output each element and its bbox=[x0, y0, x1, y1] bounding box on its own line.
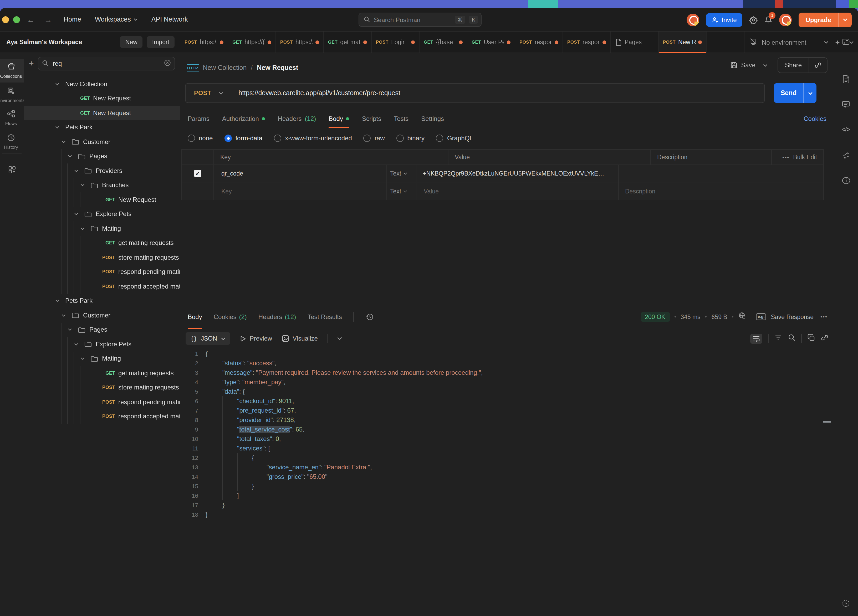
response-tab-test-results[interactable]: Test Results bbox=[308, 304, 342, 329]
request-tab[interactable]: POSTrespon bbox=[515, 31, 563, 53]
tab-authorization[interactable]: Authorization bbox=[222, 109, 265, 128]
request-tab[interactable]: POSTLogir bbox=[372, 31, 420, 53]
body-mode-raw[interactable]: raw bbox=[364, 135, 385, 142]
value-input[interactable] bbox=[423, 188, 612, 195]
copy-link-icon[interactable] bbox=[808, 58, 827, 73]
settings-gear-icon[interactable] bbox=[749, 16, 758, 24]
tree-folder[interactable]: Pages bbox=[24, 323, 180, 337]
response-time[interactable]: 345 ms bbox=[681, 313, 700, 320]
window-controls[interactable] bbox=[0, 16, 22, 23]
chevron-down-icon[interactable] bbox=[74, 211, 80, 217]
tree-collection[interactable]: Pets Park bbox=[24, 120, 180, 135]
zoom-button[interactable] bbox=[13, 16, 20, 23]
tree-request[interactable]: POSTstore mating requests bbox=[24, 380, 180, 395]
add-module-icon[interactable] bbox=[0, 166, 24, 174]
response-tab-cookies[interactable]: Cookies(2) bbox=[214, 304, 247, 329]
tab-settings[interactable]: Settings bbox=[421, 109, 444, 128]
body-mode-GraphQL[interactable]: GraphQL bbox=[436, 135, 473, 142]
tree-request[interactable]: GETget mating requests bbox=[24, 236, 180, 250]
nav-workspaces[interactable]: Workspaces bbox=[88, 16, 145, 23]
chevron-down-icon[interactable] bbox=[67, 327, 74, 332]
tree-request[interactable]: GETNew Request bbox=[24, 91, 180, 106]
filter-icon[interactable] bbox=[774, 334, 782, 343]
sidebar-rail-history[interactable]: History bbox=[0, 133, 24, 150]
notifications-bell-icon[interactable]: 1 bbox=[765, 16, 773, 24]
chevron-down-icon[interactable] bbox=[80, 183, 86, 188]
related-requests-icon[interactable] bbox=[834, 151, 858, 159]
body-mode-x-www-form-urlencoded[interactable]: x-www-form-urlencoded bbox=[274, 135, 352, 142]
bulk-edit-button[interactable]: ••• Bulk Edit bbox=[771, 150, 823, 164]
save-button[interactable]: Save bbox=[727, 62, 759, 69]
tree-request[interactable]: GETNew Request bbox=[24, 192, 180, 207]
request-tab[interactable]: POSThttps:/. bbox=[276, 31, 324, 53]
chevron-down-icon[interactable] bbox=[61, 313, 67, 318]
save-response-button[interactable]: Save Response bbox=[771, 313, 814, 320]
request-tab[interactable]: GEThttps://( bbox=[228, 31, 276, 53]
tree-folder[interactable]: Pages bbox=[24, 149, 180, 163]
import-button[interactable]: Import bbox=[147, 36, 174, 48]
tree-collection[interactable]: Pets Park bbox=[24, 293, 180, 308]
tree-folder[interactable]: Explore Pets bbox=[24, 207, 180, 221]
global-search[interactable]: Search Postman ⌘ K bbox=[359, 12, 482, 27]
preview-button[interactable]: Preview bbox=[240, 335, 272, 342]
sidebar-search-input[interactable] bbox=[52, 59, 161, 68]
tree-folder[interactable]: Mating bbox=[24, 351, 180, 366]
body-mode-binary[interactable]: binary bbox=[396, 135, 424, 142]
tree-request[interactable]: POSTrespond pending mating r... bbox=[24, 395, 180, 409]
tree-folder[interactable]: Explore Pets bbox=[24, 337, 180, 351]
wrap-text-icon[interactable] bbox=[750, 334, 762, 343]
format-selector[interactable]: {} JSON bbox=[186, 332, 230, 345]
chevron-down-icon[interactable] bbox=[61, 139, 67, 144]
tree-folder[interactable]: Mating bbox=[24, 221, 180, 236]
send-button[interactable]: Send bbox=[774, 83, 816, 103]
tree-collection[interactable]: New Collection bbox=[24, 77, 180, 91]
method-selector[interactable]: POST bbox=[186, 89, 230, 97]
tree-request[interactable]: GETget mating requests bbox=[24, 366, 180, 380]
tab-headers[interactable]: Headers(12) bbox=[278, 109, 316, 128]
response-body-code[interactable]: 1{2"status": "success",3"message": "Paym… bbox=[180, 348, 834, 616]
chevron-down-icon[interactable] bbox=[80, 226, 86, 231]
new-button[interactable]: New bbox=[120, 36, 143, 48]
network-globe-icon[interactable] bbox=[738, 312, 746, 322]
response-tab-body[interactable]: Body bbox=[188, 304, 202, 329]
tree-folder[interactable]: Customer bbox=[24, 135, 180, 149]
chevron-down-icon[interactable] bbox=[80, 356, 86, 362]
type-selector[interactable]: Text bbox=[387, 165, 417, 182]
sidebar-rail-collections[interactable]: Collections bbox=[0, 59, 24, 82]
upgrade-chevron-icon[interactable] bbox=[838, 12, 852, 27]
type-selector[interactable]: Text bbox=[387, 182, 417, 200]
share-button[interactable]: Share bbox=[777, 57, 827, 73]
tree-request[interactable]: POSTrespond pending mating r... bbox=[24, 265, 180, 279]
request-tab[interactable]: GET{{base_u bbox=[420, 31, 467, 53]
environment-quick-look-icon[interactable]: x bbox=[834, 31, 858, 53]
documentation-icon[interactable] bbox=[834, 74, 858, 84]
send-options-chevron-icon[interactable] bbox=[803, 83, 816, 103]
chevron-down-icon[interactable] bbox=[74, 341, 80, 347]
tree-folder[interactable]: Branches bbox=[24, 178, 180, 192]
info-icon[interactable] bbox=[834, 177, 858, 185]
cookies-link[interactable]: Cookies bbox=[804, 109, 827, 128]
key-input[interactable] bbox=[220, 170, 380, 177]
response-tab-headers[interactable]: Headers(12) bbox=[258, 304, 296, 329]
tab-body[interactable]: Body bbox=[329, 109, 349, 128]
invite-button[interactable]: Invite bbox=[706, 13, 742, 26]
comments-icon[interactable] bbox=[834, 100, 858, 108]
chevron-down-icon[interactable] bbox=[55, 298, 61, 304]
search-in-body-icon[interactable] bbox=[788, 334, 796, 343]
tab-scripts[interactable]: Scripts bbox=[362, 109, 381, 128]
request-tab[interactable]: POSTNew R bbox=[659, 31, 707, 53]
body-mode-form-data[interactable]: form-data bbox=[224, 135, 262, 142]
description-cell[interactable]: Description bbox=[619, 182, 823, 200]
more-formats-chevron-icon[interactable] bbox=[337, 334, 342, 343]
trash-clock-icon[interactable] bbox=[834, 599, 858, 608]
save-options-chevron-icon[interactable] bbox=[759, 61, 772, 70]
forward-icon[interactable]: → bbox=[39, 15, 57, 24]
back-icon[interactable]: ← bbox=[22, 15, 39, 24]
breadcrumb-collection[interactable]: New Collection bbox=[203, 64, 247, 71]
chevron-down-icon[interactable] bbox=[74, 168, 80, 174]
environment-selector[interactable]: No environment bbox=[744, 31, 834, 53]
sidebar-rail-flows[interactable]: Flows bbox=[0, 110, 24, 126]
description-cell[interactable] bbox=[619, 165, 823, 182]
request-tab[interactable]: GETget mat bbox=[324, 31, 372, 53]
code-snippet-icon[interactable]: </> bbox=[834, 126, 858, 132]
